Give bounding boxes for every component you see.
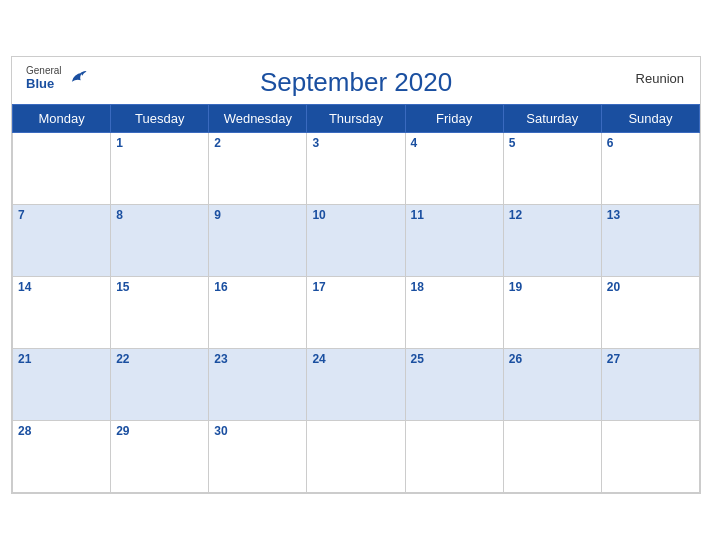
day-number-9: 9 (214, 208, 221, 222)
calendar-day-22: 22 (111, 349, 209, 421)
calendar-day-12: 12 (503, 205, 601, 277)
calendar-table: Monday Tuesday Wednesday Thursday Friday… (12, 104, 700, 493)
day-number-18: 18 (411, 280, 424, 294)
weekday-saturday: Saturday (503, 105, 601, 133)
day-number-13: 13 (607, 208, 620, 222)
calendar-week-4: 21222324252627 (13, 349, 700, 421)
logo: General Blue (26, 65, 88, 91)
calendar-day-empty (503, 421, 601, 493)
calendar-day-14: 14 (13, 277, 111, 349)
day-number-19: 19 (509, 280, 522, 294)
calendar-day-19: 19 (503, 277, 601, 349)
calendar-day-16: 16 (209, 277, 307, 349)
calendar-day-empty (601, 421, 699, 493)
day-number-26: 26 (509, 352, 522, 366)
calendar-day-8: 8 (111, 205, 209, 277)
day-number-29: 29 (116, 424, 129, 438)
region-label: Reunion (636, 71, 684, 86)
calendar-day-27: 27 (601, 349, 699, 421)
day-number-24: 24 (312, 352, 325, 366)
calendar-week-5: 282930 (13, 421, 700, 493)
weekday-sunday: Sunday (601, 105, 699, 133)
calendar-title: September 2020 (28, 67, 684, 98)
calendar-week-1: 123456 (13, 133, 700, 205)
day-number-1: 1 (116, 136, 123, 150)
calendar-day-7: 7 (13, 205, 111, 277)
day-number-11: 11 (411, 208, 424, 222)
calendar-week-3: 14151617181920 (13, 277, 700, 349)
calendar-day-24: 24 (307, 349, 405, 421)
day-number-12: 12 (509, 208, 522, 222)
calendar-day-30: 30 (209, 421, 307, 493)
calendar-header: General Blue September 2020 Reunion (12, 57, 700, 104)
day-number-22: 22 (116, 352, 129, 366)
weekday-thursday: Thursday (307, 105, 405, 133)
calendar-day-empty (13, 133, 111, 205)
weekday-wednesday: Wednesday (209, 105, 307, 133)
calendar-day-21: 21 (13, 349, 111, 421)
weekday-tuesday: Tuesday (111, 105, 209, 133)
calendar-day-25: 25 (405, 349, 503, 421)
calendar-day-empty (307, 421, 405, 493)
logo-general-text: General (26, 65, 62, 77)
day-number-20: 20 (607, 280, 620, 294)
day-number-15: 15 (116, 280, 129, 294)
calendar-day-28: 28 (13, 421, 111, 493)
day-number-27: 27 (607, 352, 620, 366)
weekday-monday: Monday (13, 105, 111, 133)
calendar-day-18: 18 (405, 277, 503, 349)
calendar-day-6: 6 (601, 133, 699, 205)
day-number-8: 8 (116, 208, 123, 222)
weekday-friday: Friday (405, 105, 503, 133)
logo-bird-icon (66, 67, 88, 89)
calendar-day-1: 1 (111, 133, 209, 205)
day-number-28: 28 (18, 424, 31, 438)
weekday-header-row: Monday Tuesday Wednesday Thursday Friday… (13, 105, 700, 133)
calendar-day-10: 10 (307, 205, 405, 277)
calendar-day-11: 11 (405, 205, 503, 277)
calendar-day-5: 5 (503, 133, 601, 205)
day-number-7: 7 (18, 208, 25, 222)
day-number-25: 25 (411, 352, 424, 366)
day-number-21: 21 (18, 352, 31, 366)
calendar-day-15: 15 (111, 277, 209, 349)
calendar-day-17: 17 (307, 277, 405, 349)
day-number-6: 6 (607, 136, 614, 150)
calendar-day-29: 29 (111, 421, 209, 493)
calendar-day-2: 2 (209, 133, 307, 205)
calendar-week-2: 78910111213 (13, 205, 700, 277)
calendar-day-3: 3 (307, 133, 405, 205)
day-number-23: 23 (214, 352, 227, 366)
calendar-day-4: 4 (405, 133, 503, 205)
calendar-day-empty (405, 421, 503, 493)
day-number-10: 10 (312, 208, 325, 222)
day-number-17: 17 (312, 280, 325, 294)
calendar: General Blue September 2020 Reunion Mond… (11, 56, 701, 494)
calendar-day-20: 20 (601, 277, 699, 349)
logo-blue-text: Blue (26, 77, 62, 92)
calendar-day-13: 13 (601, 205, 699, 277)
day-number-5: 5 (509, 136, 516, 150)
calendar-day-9: 9 (209, 205, 307, 277)
day-number-14: 14 (18, 280, 31, 294)
day-number-3: 3 (312, 136, 319, 150)
day-number-4: 4 (411, 136, 418, 150)
day-number-2: 2 (214, 136, 221, 150)
calendar-day-23: 23 (209, 349, 307, 421)
calendar-day-26: 26 (503, 349, 601, 421)
day-number-30: 30 (214, 424, 227, 438)
day-number-16: 16 (214, 280, 227, 294)
